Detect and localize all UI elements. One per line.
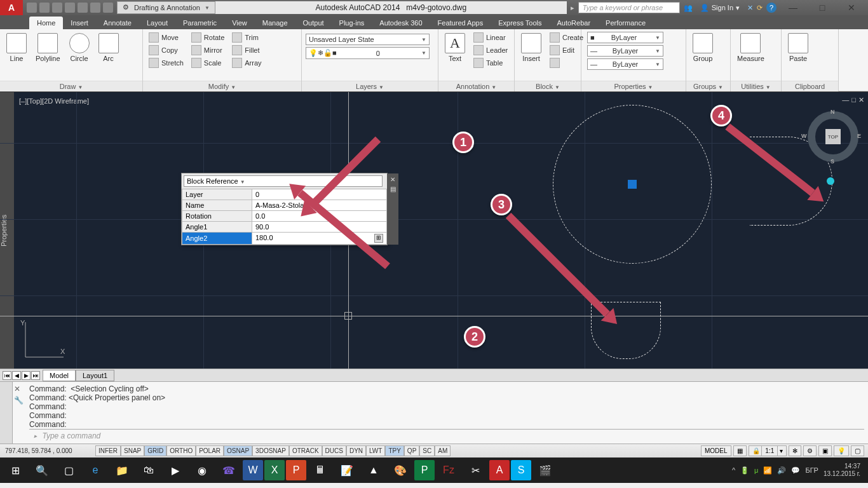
panel-utilities-title[interactable]: Utilities (731, 81, 781, 92)
tab-plugins[interactable]: Plug-ins (332, 17, 372, 29)
notes-icon[interactable]: 📝 (334, 460, 360, 480)
close-button[interactable]: ✕ (839, 0, 864, 15)
stay-connected-icon[interactable]: ⟳ (757, 4, 763, 12)
tab-annotate[interactable]: Annotate (96, 17, 139, 29)
anno-scale-toggle[interactable]: 🔒 1:1 ▾ (749, 445, 787, 456)
qp-object-type-dropdown[interactable]: Block Reference (184, 175, 383, 187)
search-task-icon[interactable]: 🔍 (29, 460, 55, 480)
toggle-3dosnap[interactable]: 3DOSNAP (252, 445, 289, 456)
viewport-label[interactable]: [–][Top][2D Wireframe] (19, 97, 89, 105)
tab-featured-apps[interactable]: Featured Apps (430, 17, 491, 29)
panel-annotation-title[interactable]: Annotation (438, 81, 514, 92)
panel-layers-title[interactable]: Layers (302, 81, 438, 92)
toggle-am[interactable]: AM (435, 445, 451, 456)
media-icon[interactable]: 🎬 (532, 460, 558, 480)
qat-undo-icon[interactable] (90, 3, 100, 13)
panel-groups-title[interactable]: Groups (686, 81, 730, 92)
workspace-selector[interactable]: ⚙ Drafting & Annotation (117, 1, 215, 14)
qp-row-layer[interactable]: Layer0 (182, 189, 387, 200)
autocad-task-icon[interactable]: A (489, 460, 510, 480)
tab-manage[interactable]: Manage (255, 17, 295, 29)
qp-row-name[interactable]: NameA-Masa-2-Stola (182, 200, 387, 211)
workspace-switch-icon[interactable]: ⚙ (803, 445, 817, 456)
rotate-button[interactable]: Rotate (189, 32, 226, 43)
cmd-grip-handle[interactable] (0, 382, 13, 444)
layout-next-icon[interactable]: ▶ (22, 371, 31, 380)
grip-center[interactable] (628, 180, 637, 189)
word-icon[interactable]: W (243, 460, 263, 480)
qp-close-icon[interactable]: ✕ (390, 176, 395, 183)
edit-block-button[interactable]: Edit (548, 44, 585, 56)
model-tab[interactable]: Model (43, 370, 76, 381)
hardware-accel-icon[interactable]: ▣ (818, 445, 832, 456)
calculator-icon[interactable]: 🖩 (308, 460, 333, 480)
cmd-close-icon[interactable]: ✕ (14, 384, 24, 393)
edge-icon[interactable]: e (83, 460, 108, 480)
isolate-objects-icon[interactable]: 💡 (834, 445, 849, 456)
tray-action-icon[interactable]: 💬 (791, 466, 800, 475)
vlc-icon[interactable]: ▲ (361, 460, 386, 480)
panel-properties-title[interactable]: Properties (581, 81, 686, 92)
measure-button[interactable]: Measure (735, 32, 767, 64)
qat-saveas-icon[interactable] (65, 3, 75, 13)
trim-button[interactable]: Trim (230, 32, 263, 43)
group-button[interactable]: Group (690, 32, 715, 64)
scale-button[interactable]: Scale (189, 57, 226, 69)
skype-icon[interactable]: S (511, 460, 531, 480)
help-icon[interactable]: ? (766, 3, 776, 13)
toggle-infer[interactable]: INFER (95, 445, 121, 456)
vp-close-icon[interactable]: ✕ (858, 96, 864, 104)
tab-autorebar[interactable]: AutoRebar (549, 17, 598, 29)
layout-prev-icon[interactable]: ◀ (12, 371, 21, 380)
cmd-wrench-icon[interactable]: 🔧 (14, 396, 24, 405)
toggle-grid[interactable]: GRID (144, 445, 166, 456)
circle-button[interactable]: Circle (67, 32, 92, 64)
leader-button[interactable]: Leader (471, 44, 510, 56)
taskview-icon[interactable]: ▢ (56, 460, 81, 480)
toggle-qp[interactable]: QP (404, 445, 419, 456)
text-button[interactable]: AText (442, 32, 468, 64)
lineweight-dropdown[interactable]: — ByLayer (587, 45, 663, 57)
search-icon[interactable]: 👥 (684, 4, 693, 12)
create-block-button[interactable]: Create (548, 32, 585, 43)
panel-block-title[interactable]: Block (515, 81, 581, 92)
qp-options-icon[interactable]: ▤ (390, 186, 396, 193)
command-history[interactable]: Command: <Selection Cycling off> Command… (25, 382, 868, 444)
copy-button[interactable]: Copy (147, 44, 186, 56)
toggle-ortho[interactable]: ORTHO (166, 445, 196, 456)
tab-view[interactable]: View (224, 17, 255, 29)
array-button[interactable]: Array (230, 57, 263, 69)
qp-row-angle2[interactable]: Angle2180.0⊞ (182, 233, 387, 245)
tray-expand-icon[interactable]: ^ (732, 466, 735, 474)
video-icon[interactable]: ▶ (163, 460, 188, 480)
toggle-dyn[interactable]: DYN (346, 445, 366, 456)
start-button[interactable]: ⊞ (3, 460, 28, 480)
quick-properties-palette[interactable]: ✕▤ Block Reference Layer0 NameA-Masa-2-S… (181, 173, 388, 245)
table-button[interactable]: Table (471, 57, 510, 69)
toggle-osnap[interactable]: OSNAP (224, 445, 252, 456)
color-dropdown[interactable]: ■ ByLayer (587, 32, 663, 43)
vp-maximize-icon[interactable]: □ (851, 96, 856, 104)
drawing-viewport[interactable]: Properties [–][Top][2D Wireframe] — □ ✕ … (0, 92, 868, 369)
tab-express-tools[interactable]: Express Tools (491, 17, 549, 29)
layout-first-icon[interactable]: ⏮ (3, 371, 11, 380)
tab-insert[interactable]: Insert (63, 17, 96, 29)
exchange-icon[interactable]: ✕ (747, 4, 753, 12)
filezilla-icon[interactable]: Fz (436, 460, 461, 480)
tab-layout[interactable]: Layout (139, 17, 175, 29)
tray-battery-icon[interactable]: 🔋 (740, 466, 749, 475)
tab-home[interactable]: Home (29, 17, 63, 29)
move-button[interactable]: Move (147, 32, 186, 43)
toggle-tpy[interactable]: TPY (385, 445, 403, 456)
insert-button[interactable]: Insert (519, 32, 544, 64)
linetype-dropdown[interactable]: — ByLayer (587, 58, 663, 70)
tray-utorrent-icon[interactable]: μ (754, 466, 758, 474)
qat-plot-icon[interactable] (78, 3, 88, 13)
snipping-icon[interactable]: ✂ (463, 460, 488, 480)
selected-chair-bottom[interactable] (591, 302, 661, 359)
linear-dim-button[interactable]: Linear (471, 32, 510, 43)
model-space-toggle[interactable]: MODEL (701, 445, 731, 456)
command-input[interactable]: ▸ Type a command (29, 429, 864, 442)
anno-visibility-icon[interactable]: ✻ (789, 445, 801, 456)
layer-state-dropdown[interactable]: Unsaved Layer State (306, 34, 430, 45)
